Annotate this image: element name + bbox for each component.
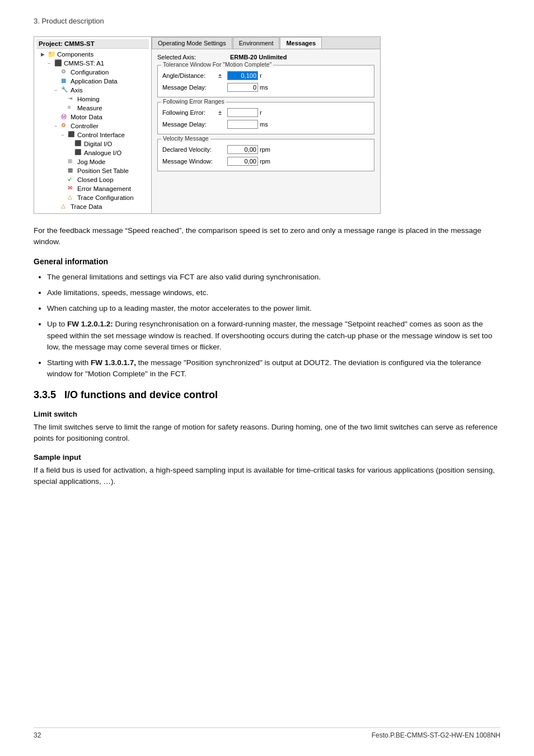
tab-operating-mode[interactable]: Operating Mode Settings <box>152 37 232 49</box>
message-window-label: Message Window: <box>162 158 218 165</box>
tree-item-motor-data[interactable]: Ⓜ Motor Data <box>36 113 149 122</box>
declared-velocity-input[interactable] <box>227 145 258 154</box>
tab-bar: Operating Mode Settings Environment Mess… <box>152 37 380 49</box>
angle-input[interactable] <box>227 71 258 80</box>
tree-item-jog-mode[interactable]: ⊞ Jog Mode <box>36 157 149 166</box>
jog-mode-icon: ⊞ <box>68 158 76 166</box>
homing-icon: ⇥ <box>68 95 76 103</box>
tree-item-cmms-st-a1[interactable]: − ⬛ CMMS-ST: A1 <box>36 59 149 68</box>
declared-velocity-row: Declared Velocity: rpm <box>162 145 369 154</box>
tree-item-position-set-table[interactable]: ▦ Position Set Table <box>36 166 149 175</box>
bullet-list: The general limitations and settings via… <box>47 272 500 380</box>
following-error-row: Following Error: ± r <box>162 108 369 117</box>
tree-item-axis[interactable]: − 🔧 Axis <box>36 86 149 95</box>
tree-item-analogue-io[interactable]: ⬛ Analogue I/O <box>36 148 149 157</box>
selected-axis-value: ERMB-20 Unlimited <box>230 54 287 60</box>
controller-main-icon: ⬛ <box>54 59 62 67</box>
angle-pm: ± <box>218 72 227 79</box>
following-error-title: Following Error Ranges <box>161 98 226 105</box>
bullet-4: Up to FW 1.2.0.1.2: During resynchronisa… <box>47 319 500 353</box>
tree-label-homing: Homing <box>77 96 100 102</box>
tree-label-configuration: Configuration <box>71 69 109 76</box>
tree-label-motor: Motor Data <box>71 114 102 120</box>
error-management-icon: ✉ <box>68 185 76 193</box>
settings-panel: Operating Mode Settings Environment Mess… <box>152 37 380 213</box>
general-info-heading: General information <box>34 257 500 266</box>
tree-item-trace-configuration[interactable]: △ Trace Configuration <box>36 193 149 202</box>
tree-label-controller: Controller <box>71 123 99 129</box>
following-error-delay-row: Message Delay: ms <box>162 120 369 129</box>
expand-cmms[interactable]: − <box>48 60 53 66</box>
velocity-section-title: Velocity Message <box>161 135 210 142</box>
tolerance-delay-input[interactable] <box>227 83 258 92</box>
footer-page-number: 32 <box>34 731 41 739</box>
tree-item-trace-data[interactable]: △ Trace Data <box>36 202 149 211</box>
footer-document-id: Festo.P.BE-CMMS-ST-G2-HW-EN 1008NH <box>372 731 500 739</box>
expand-control-if[interactable]: − <box>61 132 67 138</box>
tree-item-controller[interactable]: − ⚙ Controller <box>36 122 149 130</box>
limit-switch-heading: Limit switch <box>34 410 500 418</box>
settings-body: Selected Axis: ERMB-20 Unlimited Toleran… <box>152 49 380 180</box>
expand-controller[interactable]: − <box>54 123 60 129</box>
axis-icon: 🔧 <box>61 86 69 94</box>
tree-label-cmms: CMMS-ST: A1 <box>64 60 104 67</box>
message-window-unit: rpm <box>260 158 270 165</box>
bullet-3: When catching up to a leading master, th… <box>47 303 500 314</box>
sample-input-text: If a field bus is used for activation, a… <box>34 465 500 488</box>
tree-label-error: Error Management <box>77 185 131 192</box>
tree-label-measure: Measure <box>77 105 102 111</box>
tree-item-digital-io[interactable]: ⬛ Digital I/O <box>36 139 149 148</box>
position-set-table-icon: ▦ <box>68 167 76 175</box>
tree-item-homing[interactable]: ⇥ Homing <box>36 95 149 104</box>
tolerance-delay-unit: ms <box>260 84 268 91</box>
tree-item-control-interface[interactable]: − ⬛ Control Interface <box>36 130 149 139</box>
tab-messages[interactable]: Messages <box>280 37 322 49</box>
tree-label-axis: Axis <box>71 87 83 94</box>
tree-title: Project: CMMS-ST <box>36 39 149 49</box>
velocity-section: Velocity Message Declared Velocity: rpm … <box>157 139 374 171</box>
message-window-row: Message Window: rpm <box>162 157 369 166</box>
bullet-1: The general limitations and settings via… <box>47 272 500 283</box>
selected-axis-row: Selected Axis: ERMB-20 Unlimited <box>157 54 374 60</box>
following-error-label: Following Error: <box>162 109 218 116</box>
following-error-unit: r <box>260 109 262 116</box>
motor-icon: Ⓜ <box>61 113 69 121</box>
bullet-4-bold: FW 1.2.0.1.2: <box>67 320 113 328</box>
following-error-pm: ± <box>218 109 227 116</box>
message-window-input[interactable] <box>227 157 258 166</box>
following-error-input[interactable] <box>227 108 258 117</box>
digital-io-icon: ⬛ <box>74 140 82 148</box>
page-header: 3. Product description <box>34 17 500 25</box>
section-3-3-5-heading: 3.3.5 I/O functions and device control <box>34 389 500 403</box>
tree-label-trace-data: Trace Data <box>71 203 102 210</box>
angle-label: Angle/Distance: <box>162 72 218 79</box>
intro-text: For the feedback message “Speed reached”… <box>34 225 500 248</box>
following-error-delay-unit: ms <box>260 121 268 128</box>
analogue-io-icon: ⬛ <box>74 149 82 157</box>
tree-item-configuration[interactable]: ⚙ Configuration <box>36 68 149 77</box>
tree-item-measure[interactable]: ≡ Measure <box>36 104 149 113</box>
selected-axis-label: Selected Axis: <box>157 54 230 60</box>
tab-environment[interactable]: Environment <box>233 37 280 49</box>
closed-loop-icon: ↙ <box>68 176 76 184</box>
tree-item-closed-loop[interactable]: ↙ Closed Loop <box>36 175 149 184</box>
tolerance-delay-row: Message Delay: ms <box>162 83 369 92</box>
tree-label-digital: Digital I/O <box>84 141 113 147</box>
declared-velocity-unit: rpm <box>260 146 270 153</box>
tolerance-delay-label: Message Delay: <box>162 84 218 91</box>
tree-label-control-interface: Control Interface <box>77 132 125 138</box>
trace-data-icon: △ <box>61 203 69 211</box>
tree-item-application-data[interactable]: ▦ Application Data <box>36 77 149 86</box>
tree-label-trace-cfg: Trace Configuration <box>77 194 134 201</box>
tree-item-components[interactable]: ▶ 📁 Components <box>36 50 149 59</box>
angle-distance-row: Angle/Distance: ± r <box>162 71 369 80</box>
controller-icon: ⚙ <box>61 122 69 130</box>
grid-icon: ▦ <box>61 77 69 85</box>
tree-panel: Project: CMMS-ST ▶ 📁 Components − ⬛ CMMS… <box>34 37 152 213</box>
tree-item-error-management[interactable]: ✉ Error Management <box>36 184 149 193</box>
expand-components[interactable]: ▶ <box>41 52 46 57</box>
measure-icon: ≡ <box>68 104 76 112</box>
following-error-delay-input[interactable] <box>227 120 258 129</box>
trace-configuration-icon: △ <box>68 194 76 202</box>
expand-axis[interactable]: − <box>54 87 60 93</box>
